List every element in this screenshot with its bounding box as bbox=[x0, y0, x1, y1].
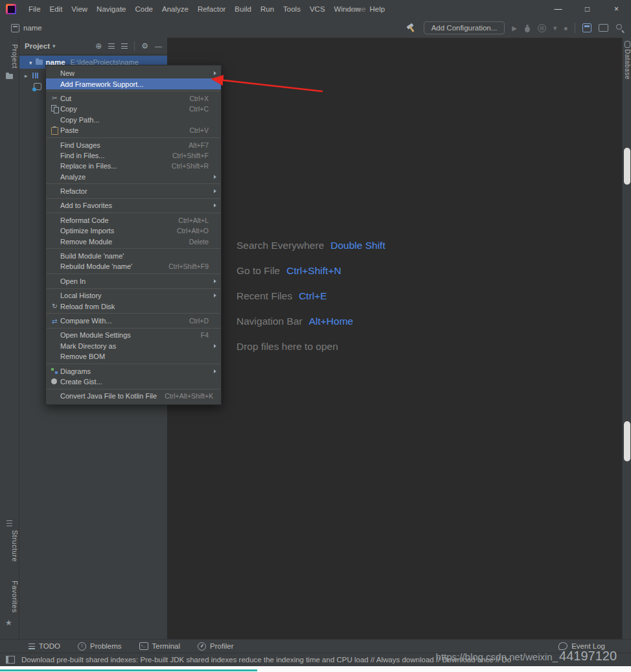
menu-vcs[interactable]: VCS bbox=[305, 5, 330, 13]
menu-item-add-to-favorites[interactable]: Add to Favorites bbox=[46, 200, 221, 211]
add-configuration-button[interactable]: Add Configuration... bbox=[424, 21, 505, 34]
menu-item-icon-slot bbox=[49, 172, 60, 181]
profiler-icon bbox=[198, 642, 206, 651]
tool-stripe-favorites[interactable]: Favorites bbox=[0, 581, 19, 613]
menu-item-local-history[interactable]: Local History bbox=[46, 290, 221, 301]
menu-item-find-in-files[interactable]: Find in Files...Ctrl+Shift+F bbox=[46, 150, 221, 161]
chevron-down-icon[interactable]: ▾ bbox=[52, 43, 56, 49]
stop-icon[interactable] bbox=[564, 24, 568, 32]
menu-analyze[interactable]: Analyze bbox=[157, 5, 193, 13]
csdn-watermark: https://blog.csdn.net/weixin_ 44197120 bbox=[436, 649, 617, 664]
menu-item-shortcut: Alt+F7 bbox=[181, 141, 209, 149]
build-hammer-icon[interactable] bbox=[406, 23, 417, 33]
menu-item-open-in[interactable]: Open In bbox=[46, 276, 221, 286]
run-icon[interactable] bbox=[512, 24, 517, 32]
menu-item-find-usages[interactable]: Find UsagesAlt+F7 bbox=[46, 139, 221, 150]
toolwindow-button-problems[interactable]: Problems bbox=[78, 642, 122, 651]
editor-hints: Search EverywhereDouble ShiftGo to FileC… bbox=[236, 238, 385, 354]
structure-tool-icon[interactable] bbox=[6, 520, 12, 526]
maximize-button[interactable]: □ bbox=[573, 0, 602, 18]
menu-navigate[interactable]: Navigate bbox=[92, 5, 130, 13]
hint-search-everywhere: Search EverywhereDouble Shift bbox=[236, 238, 385, 253]
menu-item-rebuild-module-name[interactable]: Rebuild Module 'name'Ctrl+Shift+F9 bbox=[46, 261, 221, 272]
favorites-star-icon[interactable]: ★ bbox=[5, 618, 12, 627]
menu-edit[interactable]: Edit bbox=[45, 5, 67, 13]
menu-code[interactable]: Code bbox=[130, 5, 157, 13]
expand-all-icon[interactable] bbox=[108, 43, 115, 49]
menu-item-cut[interactable]: CutCtrl+X bbox=[46, 93, 221, 104]
menu-item-new[interactable]: New bbox=[46, 68, 221, 78]
menu-item-diagrams[interactable]: Diagrams bbox=[46, 365, 221, 376]
menu-item-analyze[interactable]: Analyze bbox=[46, 172, 221, 182]
tool-stripe-structure[interactable]: Structure bbox=[0, 530, 19, 562]
toolwindow-button-todo[interactable]: TODO bbox=[29, 642, 60, 651]
menu-item-icon-slot bbox=[49, 262, 60, 271]
debug-icon[interactable] bbox=[524, 24, 531, 32]
menu-item-build-module-name[interactable]: Build Module 'name' bbox=[46, 251, 221, 261]
menu-item-replace-in-files[interactable]: Replace in Files...Ctrl+Shift+R bbox=[46, 161, 221, 171]
tool-stripe-database[interactable]: Database bbox=[623, 49, 631, 80]
menu-item-compare-with[interactable]: Compare With...Ctrl+D bbox=[46, 316, 221, 326]
menu-refactor[interactable]: Refactor bbox=[193, 5, 230, 13]
menu-item-label: Refactor bbox=[60, 187, 87, 195]
menu-item-shortcut: Ctrl+Shift+F9 bbox=[161, 262, 209, 270]
chevron-down-icon[interactable] bbox=[29, 58, 32, 66]
database-icon[interactable] bbox=[625, 41, 630, 48]
project-tool-icon[interactable] bbox=[6, 74, 13, 79]
menu-separator bbox=[47, 183, 220, 184]
menu-item-reload-from-disk[interactable]: Reload from Disk bbox=[46, 301, 221, 311]
menu-item-shortcut: F4 bbox=[193, 331, 209, 339]
menu-file[interactable]: File bbox=[24, 5, 45, 13]
menu-build[interactable]: Build bbox=[230, 5, 256, 13]
chevron-right-icon[interactable] bbox=[25, 71, 28, 79]
menu-item-copy[interactable]: CopyCtrl+C bbox=[46, 104, 221, 114]
hint-shortcut: Ctrl+Shift+N bbox=[286, 263, 341, 278]
menu-item-convert-java-file-to-kotlin-file[interactable]: Convert Java File to Kotlin FileCtrl+Alt… bbox=[46, 391, 221, 401]
menu-item-optimize-imports[interactable]: Optimize ImportsCtrl+Alt+O bbox=[46, 226, 221, 236]
menu-item-icon-slot bbox=[49, 151, 60, 159]
project-panel-title[interactable]: Project bbox=[25, 42, 50, 50]
run-options-dropdown-icon[interactable] bbox=[553, 24, 557, 32]
project-structure-icon[interactable] bbox=[582, 23, 591, 32]
locate-file-icon[interactable] bbox=[95, 41, 102, 51]
scrollbar-thumb[interactable] bbox=[624, 148, 630, 185]
hint-label: Go to File bbox=[236, 263, 280, 278]
toolwindow-toggle-icon[interactable] bbox=[6, 656, 15, 664]
left-tool-stripe: Project Structure Favorites ★ bbox=[0, 38, 19, 639]
tree-row[interactable] bbox=[25, 71, 38, 79]
coverage-icon[interactable] bbox=[538, 24, 546, 32]
module-folder-icon bbox=[36, 60, 43, 65]
menu-bar: FileEditViewNavigateCodeAnalyzeRefactorB… bbox=[24, 5, 389, 13]
menu-item-copy-path[interactable]: Copy Path... bbox=[46, 115, 221, 125]
menu-item-icon-slot bbox=[49, 80, 60, 88]
menu-item-create-gist[interactable]: Create Gist... bbox=[46, 377, 221, 387]
minimize-button[interactable]: — bbox=[544, 0, 573, 18]
hide-panel-icon[interactable] bbox=[155, 42, 162, 50]
search-everywhere-icon[interactable] bbox=[615, 23, 625, 32]
menu-item-mark-directory-as[interactable]: Mark Directory as bbox=[46, 341, 221, 351]
layout-icon[interactable] bbox=[599, 24, 608, 32]
menu-item-remove-module[interactable]: Remove ModuleDelete bbox=[46, 236, 221, 246]
menu-item-refactor[interactable]: Refactor bbox=[46, 186, 221, 196]
menu-item-add-framework-support[interactable]: Add Framework Support... bbox=[46, 78, 221, 89]
menu-item-label: Convert Java File to Kotlin File bbox=[60, 392, 157, 400]
toolwindow-button-terminal[interactable]: Terminal bbox=[139, 642, 180, 651]
submenu-arrow-icon bbox=[211, 369, 216, 373]
menu-item-remove-bom[interactable]: Remove BOM bbox=[46, 351, 221, 362]
collapse-all-icon[interactable] bbox=[121, 43, 128, 49]
menu-item-open-module-settings[interactable]: Open Module SettingsF4 bbox=[46, 330, 221, 340]
gear-icon[interactable] bbox=[141, 41, 148, 51]
menu-run[interactable]: Run bbox=[256, 5, 279, 13]
menu-view[interactable]: View bbox=[67, 5, 92, 13]
tree-row[interactable] bbox=[34, 83, 41, 90]
menu-help[interactable]: Help bbox=[365, 5, 389, 13]
menu-item-paste[interactable]: PasteCtrl+V bbox=[46, 125, 221, 135]
bottom-bar-left: TODOProblemsTerminalProfiler bbox=[29, 642, 234, 651]
toolwindow-button-profiler[interactable]: Profiler bbox=[198, 642, 233, 651]
navigation-breadcrumb[interactable]: name bbox=[11, 24, 42, 32]
close-button[interactable]: × bbox=[602, 0, 631, 18]
menu-item-reformat-code[interactable]: Reformat CodeCtrl+Alt+L bbox=[46, 215, 221, 226]
tool-stripe-project[interactable]: Project bbox=[0, 44, 19, 69]
scrollbar-thumb[interactable] bbox=[624, 421, 630, 461]
menu-tools[interactable]: Tools bbox=[279, 5, 305, 13]
